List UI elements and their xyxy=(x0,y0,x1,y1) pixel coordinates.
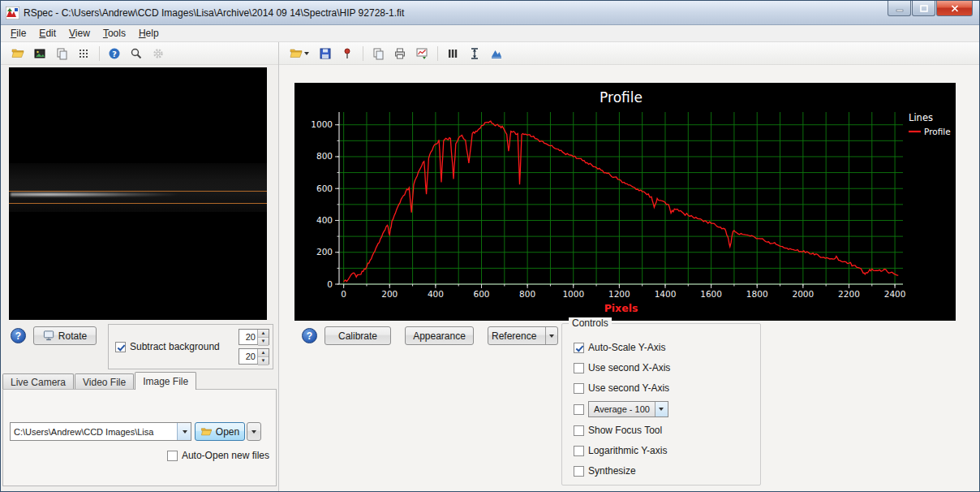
export-chart-button[interactable] xyxy=(411,44,432,63)
spectrum-image-preview[interactable] xyxy=(9,67,267,320)
menu-edit[interactable]: Edit xyxy=(32,26,62,41)
average-checkbox[interactable] xyxy=(574,404,584,415)
logarithmic-y-checkbox[interactable] xyxy=(574,446,584,456)
source-tabs: Live Camera Video File Image File xyxy=(2,372,197,390)
open-button-label: Open xyxy=(216,426,239,438)
profile-chart[interactable]: 0200400600800100012001400160018002000220… xyxy=(294,83,956,321)
calibrate-button[interactable]: Calibrate xyxy=(325,326,391,345)
auto-open-checkbox[interactable] xyxy=(167,451,178,461)
pixel-grid-button[interactable] xyxy=(73,44,93,63)
tab-image-file[interactable]: Image File xyxy=(135,372,196,390)
auto-scale-y-label: Auto-Scale Y-Axis xyxy=(588,342,665,353)
tab-live-camera[interactable]: Live Camera xyxy=(2,373,74,390)
show-focus-tool-checkbox[interactable] xyxy=(574,425,584,436)
menu-help[interactable]: Help xyxy=(132,26,165,41)
background-rows-top-spinner[interactable]: 20 ▲▼ xyxy=(239,329,269,345)
tab-video-file[interactable]: Video File xyxy=(75,373,134,390)
copy-image-button[interactable] xyxy=(51,44,71,63)
gear-icon xyxy=(152,47,165,60)
second-x-axis-checkbox[interactable] xyxy=(574,363,584,373)
export-chart-icon xyxy=(415,47,428,60)
subtract-background-group: Subtract background 20 ▲▼ 20 ▲▼ xyxy=(108,324,273,369)
selection-line-bottom[interactable] xyxy=(9,203,267,204)
svg-text:?: ? xyxy=(112,49,117,58)
svg-text:200: 200 xyxy=(381,289,398,299)
synthesize-checkbox[interactable] xyxy=(574,466,584,477)
image-file-group: C:\Users\Andrew\CCD Images\Lisa Open Aut… xyxy=(2,389,277,486)
minimize-button[interactable] xyxy=(888,1,911,16)
peak-icon xyxy=(490,47,503,60)
spin-down-icon[interactable]: ▼ xyxy=(258,357,269,365)
open-profile-button[interactable] xyxy=(286,44,313,63)
synthesize-label: Synthesize xyxy=(588,465,636,477)
close-button[interactable] xyxy=(936,1,973,16)
menu-file[interactable]: File xyxy=(4,26,32,41)
menu-view[interactable]: View xyxy=(62,26,97,41)
controls-group: Controls Auto-Scale Y-Axis Use second X-… xyxy=(561,323,761,486)
appearance-button[interactable]: Appearance xyxy=(405,326,474,345)
average-dropdown-button[interactable] xyxy=(655,402,668,416)
spin-down-icon[interactable]: ▼ xyxy=(258,338,269,346)
auto-scale-y-checkbox[interactable] xyxy=(574,343,584,353)
subtract-background-checkbox[interactable] xyxy=(115,342,126,352)
show-focus-tool-label: Show Focus Tool xyxy=(588,425,662,436)
spin-up-icon[interactable]: ▲ xyxy=(258,330,269,338)
profile-help-button[interactable]: ? xyxy=(302,328,317,343)
open-image-button[interactable] xyxy=(7,44,28,63)
selection-line-top[interactable] xyxy=(9,191,267,192)
app-window: RSpec - C:\Users\Andrew\CCD Images\Lisa\… xyxy=(0,0,980,492)
background-rows-top-value: 20 xyxy=(239,330,257,344)
reference-button[interactable]: Reference xyxy=(488,326,558,345)
vertical-bars-icon xyxy=(446,47,459,60)
svg-text:Lines: Lines xyxy=(909,112,933,123)
image-icon xyxy=(33,47,46,60)
save-profile-button[interactable] xyxy=(315,44,335,63)
svg-text:2200: 2200 xyxy=(838,289,860,299)
image-help-button[interactable]: ? xyxy=(104,44,124,63)
image-panel: ? xyxy=(1,42,278,491)
spin-up-icon[interactable]: ▲ xyxy=(258,349,269,357)
svg-text:600: 600 xyxy=(316,183,333,193)
svg-text:400: 400 xyxy=(316,215,333,225)
rotate-label: Rotate xyxy=(58,330,87,342)
profile-chart-svg: 0200400600800100012001400160018002000220… xyxy=(294,83,956,321)
reference-dropdown-button[interactable] xyxy=(545,327,554,344)
open-folder-icon xyxy=(11,47,24,60)
rotate-help-button[interactable]: ? xyxy=(11,328,26,343)
client-area: ? xyxy=(1,42,979,491)
help-icon: ? xyxy=(108,47,121,60)
average-combobox[interactable]: Average - 100 xyxy=(588,401,668,417)
peak-tool-button[interactable] xyxy=(486,44,506,63)
image-display-button[interactable] xyxy=(29,44,49,63)
combo-dropdown-button[interactable] xyxy=(177,423,191,440)
rotate-button[interactable]: Rotate xyxy=(33,326,97,345)
open-file-button[interactable]: Open xyxy=(195,422,245,441)
open-folder-icon xyxy=(200,426,213,438)
save-icon xyxy=(319,47,332,60)
open-options-button[interactable] xyxy=(247,422,261,441)
fit-height-icon xyxy=(468,47,481,60)
settings-button[interactable] xyxy=(148,44,168,63)
title-bar[interactable]: RSpec - C:\Users\Andrew\CCD Images\Lisa\… xyxy=(1,1,979,25)
print-button[interactable] xyxy=(389,44,410,63)
logarithmic-y-label: Logarithmic Y-axis xyxy=(588,445,667,456)
svg-text:800: 800 xyxy=(316,151,333,161)
background-rows-bottom-spinner[interactable]: 20 ▲▼ xyxy=(239,348,269,365)
maximize-button[interactable] xyxy=(912,1,935,16)
fit-vertical-button[interactable] xyxy=(464,44,484,63)
file-path-combobox[interactable]: C:\Users\Andrew\CCD Images\Lisa xyxy=(10,422,191,441)
chevron-down-icon xyxy=(183,430,187,434)
svg-text:1600: 1600 xyxy=(700,289,722,299)
chevron-down-icon xyxy=(549,334,554,338)
menu-tools[interactable]: Tools xyxy=(97,26,132,41)
pin-button[interactable] xyxy=(337,44,357,63)
copy-profile-button[interactable] xyxy=(368,44,388,63)
file-path-value: C:\Users\Andrew\CCD Images\Lisa xyxy=(11,427,177,437)
column-display-button[interactable] xyxy=(442,44,462,63)
zoom-button[interactable] xyxy=(126,44,146,63)
window-title: RSpec - C:\Users\Andrew\CCD Images\Lisa\… xyxy=(24,7,404,19)
auto-open-label: Auto-Open new files xyxy=(182,450,269,461)
second-y-axis-checkbox[interactable] xyxy=(574,383,584,394)
copy-icon xyxy=(372,47,385,60)
calibrate-label: Calibrate xyxy=(338,330,377,342)
